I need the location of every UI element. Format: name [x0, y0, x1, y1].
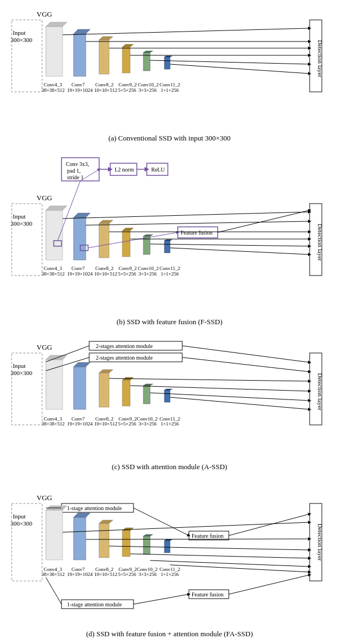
svg-marker-113: [143, 534, 153, 536]
vgg-label-d: VGG: [37, 494, 52, 502]
svg-rect-36: [74, 217, 86, 260]
caption-b: (b) SSD with feature fusion (F-SSD): [6, 318, 333, 326]
svg-marker-49: [165, 240, 172, 241]
caption-d: (d) SSD with feature fusion + attention …: [6, 630, 333, 638]
conv10-2-label-b: Conv10_2: [138, 266, 159, 271]
vgg-label-a: VGG: [37, 10, 52, 18]
conv7-label-b: Conv7: [71, 266, 85, 271]
relu-label: ReLU: [151, 167, 165, 173]
svg-marker-75: [99, 370, 113, 373]
svg-marker-43: [122, 228, 133, 231]
svg-line-121: [46, 578, 61, 604]
svg-line-125: [86, 539, 310, 539]
svg-line-126: [109, 546, 310, 550]
conv11-2-size-c: 1×1×256: [161, 421, 179, 427]
svg-line-61: [150, 244, 310, 246]
conv10-2-size-a: 3×3×256: [138, 87, 157, 93]
conv9-2-label-b: Conv9_2: [119, 266, 137, 271]
conv9-2-size-b: 5×5×256: [118, 271, 136, 277]
svg-line-90: [109, 378, 310, 381]
input-label-a: Input: [13, 29, 25, 36]
conv11-2-label-a: Conv11_2: [160, 82, 180, 87]
caption-c: (c) SSD with attention module (A-SSD): [6, 463, 333, 471]
input-label-d: Input: [13, 513, 25, 520]
svg-line-25: [170, 64, 310, 74]
svg-marker-12: [122, 44, 133, 47]
conv7-size-b: 19×19×1024: [67, 271, 93, 277]
svg-marker-37: [74, 213, 90, 217]
svg-marker-116: [165, 539, 172, 541]
svg-line-119: [133, 508, 189, 536]
svg-line-120: [229, 514, 310, 536]
conv11-2-size-a: 1×1×256: [161, 87, 179, 93]
feature-fusion-bottom-d: Feature fusion: [192, 591, 224, 598]
svg-marker-9: [99, 37, 113, 40]
caption-a: (a) Conventional SSD with input 300×300: [6, 134, 333, 143]
svg-line-57: [63, 212, 310, 219]
svg-rect-33: [46, 210, 63, 260]
detection-layer-b: Detection layer: [317, 224, 323, 261]
conv8-2-size-a: 10×10×512: [94, 87, 117, 93]
svg-line-92: [150, 393, 310, 401]
conv4-3-label-b: Conv4_3: [44, 266, 63, 271]
svg-rect-77: [122, 380, 130, 406]
svg-rect-39: [99, 224, 109, 258]
diagram-a: VGG Input 300×300 Conv4_3 38×38×512 Conv…: [0, 0, 339, 150]
attention-2stage-2: 2-stages attention module: [96, 355, 153, 361]
conv4-3-label-a: Conv4_3: [44, 82, 63, 87]
svg-rect-5: [74, 34, 86, 76]
svg-rect-103: [74, 517, 86, 560]
conv4-3-size-a: 38×38×512: [42, 87, 65, 93]
conv8-2-label-a: Conv8_2: [95, 82, 114, 87]
svg-marker-81: [143, 384, 153, 386]
svg-marker-6: [74, 29, 90, 34]
conv4-3-size-d: 38×38×512: [42, 572, 65, 577]
conv8-2-size-b: 10×10×512: [94, 271, 117, 277]
conv7-label-a: Conv7: [71, 82, 85, 87]
svg-marker-15: [143, 51, 153, 53]
detection-layer-a: Detection layer: [317, 40, 323, 77]
conv9-2-size-a: 5×5×256: [118, 87, 136, 93]
svg-marker-72: [74, 362, 90, 367]
conv8-2-label-b: Conv8_2: [95, 266, 114, 271]
conv4-3-size-b: 38×38×512: [42, 271, 65, 277]
svg-rect-17: [165, 57, 170, 69]
svg-marker-104: [74, 513, 90, 517]
svg-marker-84: [165, 389, 172, 390]
svg-rect-83: [165, 390, 170, 402]
svg-line-93: [170, 397, 310, 409]
svg-rect-74: [99, 373, 109, 407]
detection-layer-d: Detection layer: [317, 523, 323, 561]
diagram-c: VGG Input 300×300 2-stages attention mod…: [0, 334, 339, 479]
svg-line-87: [182, 346, 310, 362]
svg-rect-80: [143, 386, 150, 404]
detection-layer-c: Detection layer: [317, 373, 323, 411]
svg-rect-42: [122, 231, 130, 257]
vgg-label-c: VGG: [37, 343, 52, 351]
stride1-label: stride 1: [67, 174, 84, 180]
conv10-2-size-d: 3×3×256: [138, 572, 157, 577]
conv11-2-size-b: 1×1×256: [161, 271, 179, 277]
svg-rect-109: [122, 531, 130, 557]
conv7-size-d: 19×19×1024: [67, 572, 93, 577]
conv10-2-size-c: 3×3×256: [138, 421, 157, 427]
svg-marker-3: [46, 22, 67, 27]
svg-rect-2: [46, 27, 63, 76]
svg-line-123: [229, 575, 310, 594]
svg-rect-8: [99, 40, 109, 74]
conv11-2-label-b: Conv11_2: [160, 266, 180, 271]
svg-line-89: [182, 357, 310, 372]
conv3x3-label: Conv 3x3,: [66, 161, 89, 167]
svg-line-20: [63, 28, 310, 35]
input-size-c: 300×300: [11, 370, 33, 376]
conv7-size-c: 19×19×1024: [67, 421, 93, 427]
attention-1stage-bottom: 1-stage attention module: [67, 601, 122, 607]
input-size-d: 300×300: [11, 520, 33, 527]
input-size-b: 300×300: [11, 220, 33, 227]
feature-fusion-label-b: Feature fusion: [181, 230, 213, 236]
svg-rect-71: [74, 367, 86, 409]
conv8-2-size-c: 10×10×512: [94, 421, 117, 427]
conv9-2-size-c: 5×5×256: [118, 421, 136, 427]
conv9-2-size-d: 5×5×256: [118, 572, 136, 577]
svg-rect-115: [165, 541, 170, 553]
